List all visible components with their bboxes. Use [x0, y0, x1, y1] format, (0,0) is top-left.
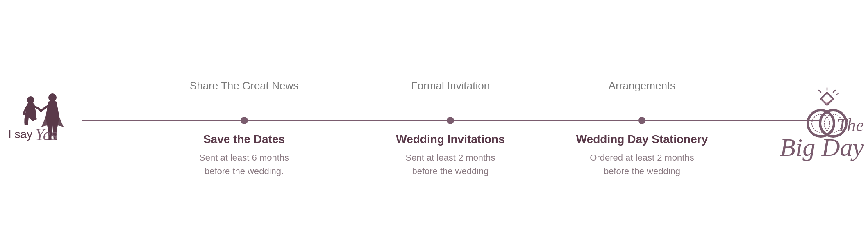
stage-2-node	[447, 117, 454, 124]
stage-1-label-above: Share The Great News	[190, 80, 298, 92]
stage-3-title: Wedding Day Stationery	[576, 133, 708, 146]
svg-point-1	[27, 96, 34, 104]
the-big-day-text: The Big Day	[780, 116, 864, 160]
stage-1-title: Save the Dates	[199, 133, 289, 146]
stage-1-desc: Sent at least 6 months before the weddin…	[199, 151, 289, 178]
stage-3-desc: Ordered at least 2 months before the wed…	[576, 151, 708, 178]
the-text: The	[780, 116, 864, 134]
svg-marker-8	[827, 99, 833, 105]
stage-3-label-above: Arrangements	[609, 80, 675, 92]
yes-script-text: Yes	[35, 125, 57, 144]
stage-1-label-below: Save the Dates Sent at least 6 months be…	[199, 133, 289, 178]
svg-line-10	[833, 90, 835, 92]
svg-line-12	[836, 93, 838, 95]
i-say-yes-label: I say Yes	[8, 125, 57, 144]
stage-2-label-above: Formal Invitation	[411, 80, 490, 92]
stage-2-title: Wedding Invitations	[396, 133, 504, 146]
i-say-text: I say	[8, 128, 32, 141]
stage-3-node	[638, 117, 645, 124]
big-day-text: Big Day	[780, 134, 864, 160]
svg-point-0	[48, 93, 57, 102]
stage-1-node	[241, 117, 248, 124]
stage-3-label-below: Wedding Day Stationery Ordered at least …	[576, 133, 708, 178]
svg-marker-7	[821, 99, 827, 105]
stage-2-desc: Sent at least 2 months before the weddin…	[396, 151, 504, 178]
timeline-container: I say Yes Share The Great News Save the …	[0, 0, 868, 241]
svg-line-11	[819, 90, 821, 92]
stage-2-label-below: Wedding Invitations Sent at least 2 mont…	[396, 133, 504, 178]
